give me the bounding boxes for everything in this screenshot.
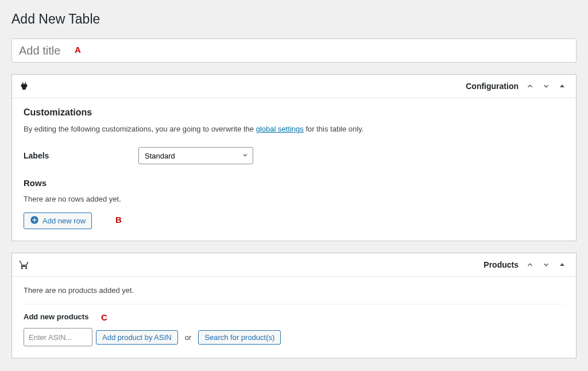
collapse-toggle-button[interactable] bbox=[555, 79, 569, 93]
post-title-input[interactable] bbox=[11, 38, 577, 63]
divider bbox=[24, 304, 564, 304]
add-new-row-label: Add new row bbox=[42, 217, 86, 225]
global-settings-link[interactable]: global settings bbox=[256, 125, 304, 133]
annotation-b: B bbox=[115, 215, 122, 225]
move-up-button[interactable] bbox=[523, 258, 537, 272]
rows-heading: Rows bbox=[24, 178, 564, 188]
add-new-row-button[interactable]: Add new row bbox=[24, 212, 92, 229]
add-new-products-heading: Add new products bbox=[24, 312, 88, 321]
add-product-by-asin-label: Add product by ASIN bbox=[102, 333, 172, 342]
annotation-c: C bbox=[101, 312, 107, 322]
move-down-button[interactable] bbox=[539, 79, 553, 93]
plus-circle-icon bbox=[30, 215, 39, 226]
add-product-row: Add product by ASIN or Search for produc… bbox=[24, 328, 564, 346]
labels-row: Labels Standard bbox=[24, 147, 564, 164]
or-text: or bbox=[185, 333, 192, 342]
labels-select[interactable]: Standard bbox=[138, 147, 253, 164]
description-post: for this table only. bbox=[304, 125, 364, 133]
asin-input[interactable] bbox=[24, 328, 92, 346]
annotation-a: A bbox=[75, 45, 81, 55]
cart-icon bbox=[19, 260, 29, 270]
products-empty-text: There are no products added yet. bbox=[24, 286, 564, 295]
products-panel: Products There are no products added yet… bbox=[11, 253, 577, 358]
svg-marker-4 bbox=[560, 263, 564, 266]
search-products-button[interactable]: Search for product(s) bbox=[198, 330, 281, 345]
svg-rect-3 bbox=[32, 219, 37, 220]
add-product-by-asin-button[interactable]: Add product by ASIN bbox=[96, 330, 178, 345]
description-pre: By editing the following customizations,… bbox=[24, 125, 256, 133]
svg-marker-0 bbox=[560, 84, 564, 87]
page-title: Add New Table bbox=[11, 11, 577, 27]
move-up-button[interactable] bbox=[523, 79, 537, 93]
configuration-panel-title: Configuration bbox=[466, 82, 519, 91]
customizations-description: By editing the following customizations,… bbox=[24, 125, 564, 133]
move-down-button[interactable] bbox=[539, 258, 553, 272]
configuration-panel-body: Customizations By editing the following … bbox=[12, 98, 576, 241]
plug-icon bbox=[19, 81, 29, 91]
collapse-toggle-button[interactable] bbox=[555, 258, 569, 272]
labels-label: Labels bbox=[24, 151, 138, 160]
configuration-panel-header: Configuration bbox=[12, 75, 576, 98]
products-panel-body: There are no products added yet. Add new… bbox=[12, 277, 576, 358]
rows-empty-text: There are no rows added yet. bbox=[24, 195, 564, 203]
products-panel-title: Products bbox=[483, 260, 519, 269]
configuration-panel: Configuration Customizations By editing … bbox=[11, 74, 577, 241]
search-products-label: Search for product(s) bbox=[204, 333, 274, 342]
title-input-wrapper: A bbox=[11, 38, 577, 74]
customizations-heading: Customizations bbox=[24, 107, 564, 118]
products-panel-header: Products bbox=[12, 253, 576, 277]
